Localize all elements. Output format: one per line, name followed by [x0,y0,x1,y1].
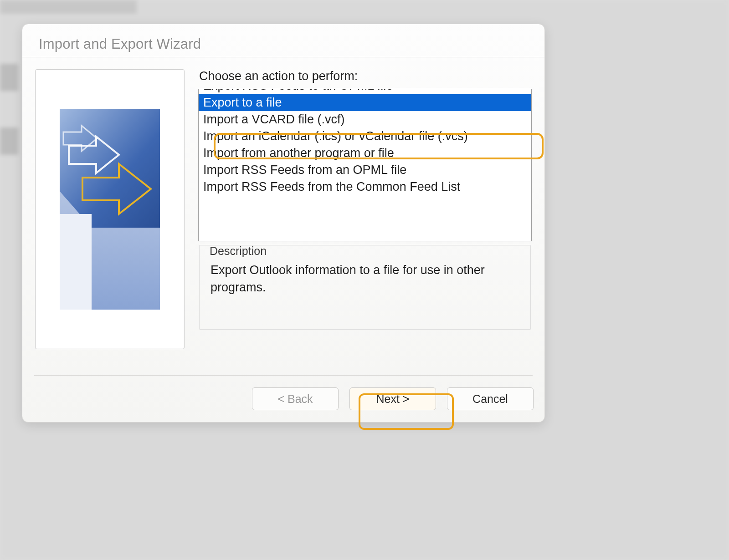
description-group: Description Export Outlook information t… [199,245,531,330]
main-panel: Choose an action to perform: Export RSS … [198,69,532,370]
description-text: Export Outlook information to a file for… [210,261,522,296]
import-export-arrows-icon [60,109,160,310]
action-list-item[interactable]: Import an iCalendar (.ics) or vCalendar … [199,128,531,145]
action-list-item[interactable]: Import RSS Feeds from an OPML file [199,162,531,178]
action-prompt-label: Choose an action to perform: [199,69,532,83]
action-list-item[interactable]: Import from another program or file [199,145,531,162]
back-button: < Back [252,387,339,410]
dialog-content: Choose an action to perform: Export RSS … [22,57,544,370]
action-listbox[interactable]: Export RSS Feeds to an OPML fileExport t… [198,89,532,241]
cancel-button[interactable]: Cancel [447,387,534,410]
import-export-wizard-dialog: Import and Export Wizard [22,24,545,423]
svg-rect-2 [60,214,92,310]
action-list-item[interactable]: Import a VCARD file (.vcf) [199,111,531,128]
description-legend: Description [208,244,268,258]
action-list-item[interactable]: Import RSS Feeds from the Common Feed Li… [199,178,531,195]
action-list-item[interactable]: Export to a file [199,94,531,111]
wizard-graphic-panel [35,69,185,349]
action-list-item[interactable]: Export RSS Feeds to an OPML file [199,89,531,94]
dialog-title: Import and Export Wizard [22,24,544,57]
dialog-footer: < Back Next > Cancel [22,376,544,422]
next-button[interactable]: Next > [349,387,436,410]
